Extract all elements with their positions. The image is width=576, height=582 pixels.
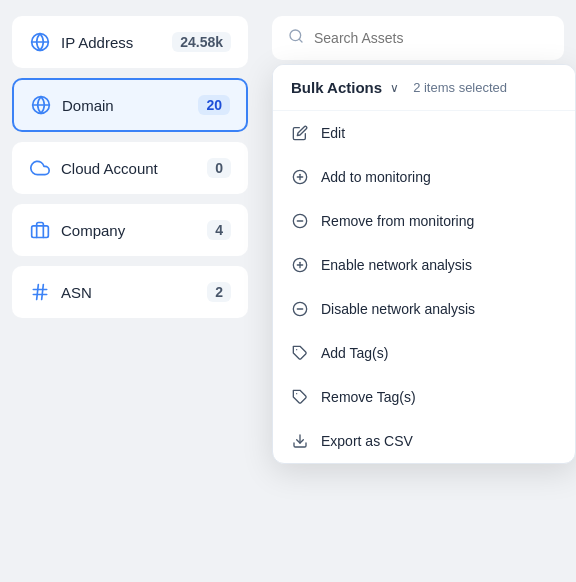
search-input[interactable]: [314, 30, 548, 46]
globe-icon: [30, 94, 52, 116]
menu-item-remove-tag[interactable]: Remove Tag(s): [273, 375, 575, 419]
circle-plus-2-icon: [291, 256, 309, 274]
sidebar-item-ip-address-label: IP Address: [61, 34, 133, 51]
menu-item-add-tag-label: Add Tag(s): [321, 345, 388, 361]
menu-item-enable-network[interactable]: Enable network analysis: [273, 243, 575, 287]
download-icon: [291, 432, 309, 450]
tag-icon: [291, 344, 309, 362]
bulk-actions-title: Bulk Actions: [291, 79, 382, 96]
svg-rect-4: [32, 226, 49, 238]
menu-item-remove-monitoring-label: Remove from monitoring: [321, 213, 474, 229]
sidebar-item-ip-address[interactable]: IP Address 24.58k: [12, 16, 248, 68]
company-icon: [29, 219, 51, 241]
menu-item-remove-monitoring[interactable]: Remove from monitoring: [273, 199, 575, 243]
sidebar-item-asn[interactable]: ASN 2: [12, 266, 248, 318]
edit-icon: [291, 124, 309, 142]
menu-item-edit-label: Edit: [321, 125, 345, 141]
sidebar-item-domain-label: Domain: [62, 97, 114, 114]
cloud-icon: [29, 157, 51, 179]
menu-item-add-monitoring-label: Add to monitoring: [321, 169, 431, 185]
menu-item-export-csv-label: Export as CSV: [321, 433, 413, 449]
svg-line-8: [42, 285, 44, 300]
menu-item-edit[interactable]: Edit: [273, 111, 575, 155]
sidebar-item-company-count: 4: [207, 220, 231, 240]
bulk-actions-dropdown: Bulk Actions ∨ 2 items selected Edit: [272, 64, 576, 464]
sidebar-item-company-label: Company: [61, 222, 125, 239]
svg-line-10: [299, 39, 302, 42]
sidebar-item-cloud-account-label: Cloud Account: [61, 160, 158, 177]
sidebar: IP Address 24.58k Domain 20: [0, 0, 260, 582]
menu-item-disable-network-label: Disable network analysis: [321, 301, 475, 317]
menu-item-disable-network[interactable]: Disable network analysis: [273, 287, 575, 331]
bulk-actions-header[interactable]: Bulk Actions ∨ 2 items selected: [273, 65, 575, 111]
sidebar-item-cloud-account[interactable]: Cloud Account 0: [12, 142, 248, 194]
circle-minus-icon: [291, 212, 309, 230]
search-icon: [288, 28, 304, 48]
menu-item-add-monitoring[interactable]: Add to monitoring: [273, 155, 575, 199]
sidebar-item-asn-label: ASN: [61, 284, 92, 301]
search-bar[interactable]: [272, 16, 564, 60]
sidebar-item-company[interactable]: Company 4: [12, 204, 248, 256]
menu-item-remove-tag-label: Remove Tag(s): [321, 389, 416, 405]
main-container: IP Address 24.58k Domain 20: [0, 0, 576, 582]
circle-plus-icon: [291, 168, 309, 186]
sidebar-item-cloud-account-count: 0: [207, 158, 231, 178]
hash-icon: [29, 281, 51, 303]
menu-item-enable-network-label: Enable network analysis: [321, 257, 472, 273]
chevron-down-icon: ∨: [390, 81, 399, 95]
ip-icon: [29, 31, 51, 53]
tag-remove-icon: [291, 388, 309, 406]
circle-minus-2-icon: [291, 300, 309, 318]
menu-item-export-csv[interactable]: Export as CSV: [273, 419, 575, 463]
right-panel: Bulk Actions ∨ 2 items selected Edit: [260, 0, 576, 582]
menu-item-add-tag[interactable]: Add Tag(s): [273, 331, 575, 375]
sidebar-item-domain-count: 20: [198, 95, 230, 115]
sidebar-item-ip-address-count: 24.58k: [172, 32, 231, 52]
svg-line-7: [37, 285, 39, 300]
sidebar-item-domain[interactable]: Domain 20: [12, 78, 248, 132]
sidebar-item-asn-count: 2: [207, 282, 231, 302]
bulk-selected-count: 2 items selected: [413, 80, 507, 95]
